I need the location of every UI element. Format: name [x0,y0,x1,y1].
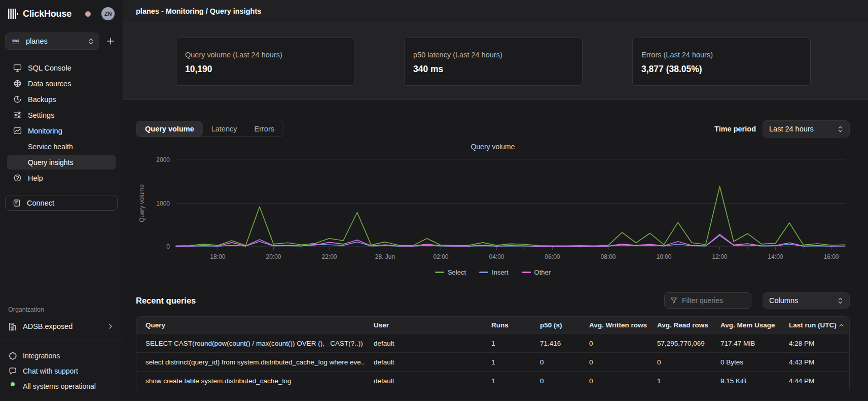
tab-errors[interactable]: Errors [246,121,283,137]
column-header-mem-usage[interactable]: Avg. Mem Usage [711,321,780,329]
sidebar-item-help[interactable]: Help [5,170,118,186]
stat-label: p50 latency (Last 24 hours) [413,51,573,59]
filter-queries-input[interactable] [682,296,738,305]
chart-legend: SelectInsertOther [136,269,850,276]
sidebar-item-integrations[interactable]: Integrations [5,348,118,363]
main-area: planes - Monitoring / Query insights Que… [123,0,868,401]
columns-select[interactable]: Columns [763,292,850,309]
legend-item-insert[interactable]: Insert [479,269,509,276]
table-row[interactable]: select distrinct(query_id) from system.d… [136,352,849,371]
filter-funnel-icon [670,297,677,304]
legend-swatch-icon [435,272,444,273]
footer-item-label: Chat with support [23,367,78,375]
time-period-value: Last 24 hours [769,125,838,133]
column-header-user[interactable]: User [365,321,482,329]
sidebar: ClickHouse ZN aws planes [0,0,123,401]
sql-console-icon [13,63,22,72]
topbar: planes - Monitoring / Query insights [123,0,868,22]
cell-runs: 1 [482,377,531,385]
sidebar-item-query-insights[interactable]: Query insights [7,155,116,170]
cell-runs: 1 [482,358,531,366]
column-header-p50[interactable]: p50 (s) [531,321,580,329]
add-service-button[interactable] [103,34,118,48]
service-selector[interactable]: aws planes [5,32,99,50]
svg-text:04:00: 04:00 [489,253,504,260]
column-header-runs[interactable]: Runs [482,321,531,329]
legend-label: Insert [492,269,509,276]
svg-text:1000: 1000 [156,200,170,207]
column-header-query[interactable]: Query [136,321,365,329]
sidebar-item-label: Help [28,174,43,182]
table-row[interactable]: show create table system.distributed_cac… [136,371,849,390]
time-period-select[interactable]: Last 24 hours [763,120,850,138]
clickhouse-logo-icon [8,9,18,19]
cell-query: select distrinct(query_id) from system.d… [136,358,365,366]
cell-written: 0 [580,340,648,347]
sidebar-item-chat-support[interactable]: Chat with support [5,363,118,379]
sidebar-subitem-label: Service health [28,143,73,151]
stat-value: 340 ms [413,64,573,75]
organization-building-icon [8,322,17,331]
column-header-written-rows[interactable]: Avg. Written rows [580,321,648,329]
connect-icon [13,199,21,207]
svg-text:22:00: 22:00 [321,253,337,260]
chevron-updown-icon [838,297,843,305]
sidebar-item-service-health[interactable]: Service health [7,139,116,154]
monitoring-icon [13,126,22,135]
sidebar-item-monitoring[interactable]: Monitoring [5,123,118,139]
column-header-read-rows[interactable]: Avg. Read rows [648,321,711,329]
avatar[interactable]: ZN [101,7,115,20]
connect-button[interactable]: Connect [5,195,118,211]
svg-text:0: 0 [166,243,170,250]
legend-item-select[interactable]: Select [435,269,466,276]
cell-user: default [365,340,482,347]
notification-dot [85,11,91,17]
table-row[interactable]: SELECT CAST(round(pow(count() / max(coun… [136,333,849,352]
svg-text:18:00: 18:00 [210,253,225,260]
tab-query-volume[interactable]: Query volume [136,121,203,137]
legend-item-other[interactable]: Other [522,269,551,276]
service-name: planes [26,37,83,45]
cell-user: default [365,377,482,385]
cell-read: 1 [648,377,711,385]
cell-written: 0 [580,358,648,366]
app-root: ClickHouse ZN aws planes [0,0,868,401]
tabs-row: Query volume Latency Errors Time period … [136,120,850,138]
logo-text: ClickHouse [23,9,71,19]
time-period-label: Time period [714,125,756,133]
cell-p50: 0 [531,358,580,366]
column-header-last-run[interactable]: Last run (UTC) [780,321,849,329]
system-status[interactable]: All systems operational [5,379,118,394]
tab-latency[interactable]: Latency [203,121,246,137]
svg-text:28. Jun: 28. Jun [375,253,395,260]
sidebar-item-settings[interactable]: Settings [5,107,118,123]
stats-band: Query volume (Last 24 hours) 10,190 p50 … [123,22,868,100]
cell-written: 0 [580,377,648,385]
cell-p50: 71.416 [531,340,580,347]
status-label: All systems operational [23,382,96,390]
organization-section-label: Organization [5,306,118,318]
cell-mem: 717.47 MiB [711,340,780,347]
sidebar-item-data-sources[interactable]: Data sources [5,76,118,91]
page-title: planes - Monitoring / Query insights [136,7,261,15]
sidebar-item-label: SQL Console [28,64,71,72]
integrations-puzzle-icon [9,352,17,360]
sidebar-item-label: Monitoring [28,127,62,135]
stat-label: Query volume (Last 24 hours) [185,51,345,59]
stat-card-errors: Errors (Last 24 hours) 3,877 (38.05%) [632,38,811,86]
organization-switcher[interactable]: ADSB.exposed [5,318,118,335]
chat-bubble-icon [9,367,17,375]
svg-text:14:00: 14:00 [768,253,783,260]
sidebar-item-sql-console[interactable]: SQL Console [5,60,118,76]
sidebar-divider [0,341,123,341]
svg-text:20:00: 20:00 [266,253,281,260]
chart-title: Query volume [136,143,850,151]
cell-last-run: 4:44 PM [780,377,849,385]
recent-queries-title: Recent queries [136,296,196,306]
stat-value: 10,190 [185,64,345,75]
cell-runs: 1 [482,340,531,347]
footer-item-label: Integrations [23,352,60,360]
sidebar-spacer [5,211,118,306]
sidebar-item-backups[interactable]: Backups [5,91,118,107]
chevron-updown-icon [838,125,843,133]
